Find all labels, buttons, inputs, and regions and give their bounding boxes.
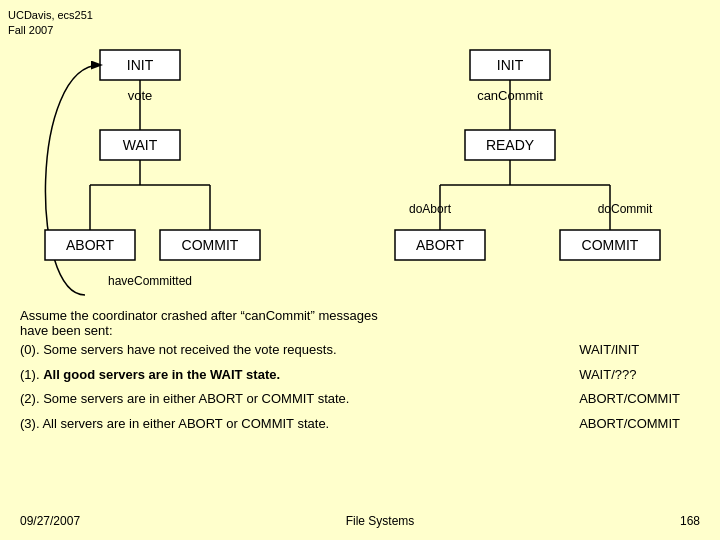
svg-text:haveCommitted: haveCommitted	[108, 274, 192, 288]
item-3: (3). All servers are in either ABORT or …	[20, 412, 349, 437]
svg-text:COMMIT: COMMIT	[582, 237, 639, 253]
item-3-text: All servers are in either ABORT or COMMI…	[42, 416, 329, 431]
footer: 09/27/2007 File Systems 168	[0, 514, 720, 528]
left-column: (0). Some servers have not received the …	[20, 338, 349, 437]
footer-page: 168	[680, 514, 700, 528]
svg-text:INIT: INIT	[497, 57, 524, 73]
footer-title: File Systems	[346, 514, 415, 528]
svg-text:WAIT: WAIT	[123, 137, 158, 153]
diagram-svg: INIT vote WAIT ABORT COMMIT haveCommitte…	[0, 30, 720, 320]
svg-text:doCommit: doCommit	[598, 202, 653, 216]
item-1-text: All good servers are in the WAIT state.	[43, 367, 280, 382]
svg-text:doAbort: doAbort	[409, 202, 452, 216]
item-2-text: Some servers are in either ABORT or COMM…	[43, 391, 349, 406]
item-1: (1). All good servers are in the WAIT st…	[20, 363, 349, 388]
svg-text:INIT: INIT	[127, 57, 154, 73]
header-line1: UCDavis, ecs251	[8, 8, 93, 23]
state-1: WAIT/???	[579, 363, 680, 388]
item-0-num: (0).	[20, 342, 43, 357]
item-0-text: Some servers have not received the vote …	[43, 342, 336, 357]
state-3: ABORT/COMMIT	[579, 412, 680, 437]
diagram-area: INIT vote WAIT ABORT COMMIT haveCommitte…	[0, 30, 720, 320]
item-1-num: (1).	[20, 367, 43, 382]
right-column: WAIT/INIT WAIT/??? ABORT/COMMIT ABORT/CO…	[579, 338, 680, 437]
intro-line2: have been sent:	[20, 323, 710, 338]
state-0: WAIT/INIT	[579, 338, 680, 363]
svg-text:COMMIT: COMMIT	[182, 237, 239, 253]
item-2: (2). Some servers are in either ABORT or…	[20, 387, 349, 412]
item-2-num: (2).	[20, 391, 43, 406]
state-2: ABORT/COMMIT	[579, 387, 680, 412]
svg-text:READY: READY	[486, 137, 535, 153]
footer-date: 09/27/2007	[20, 514, 80, 528]
svg-text:ABORT: ABORT	[416, 237, 464, 253]
item-3-num: (3).	[20, 416, 42, 431]
item-0: (0). Some servers have not received the …	[20, 338, 349, 363]
text-content: Assume the coordinator crashed after “ca…	[20, 308, 710, 338]
svg-text:ABORT: ABORT	[66, 237, 114, 253]
intro-line1: Assume the coordinator crashed after “ca…	[20, 308, 710, 323]
